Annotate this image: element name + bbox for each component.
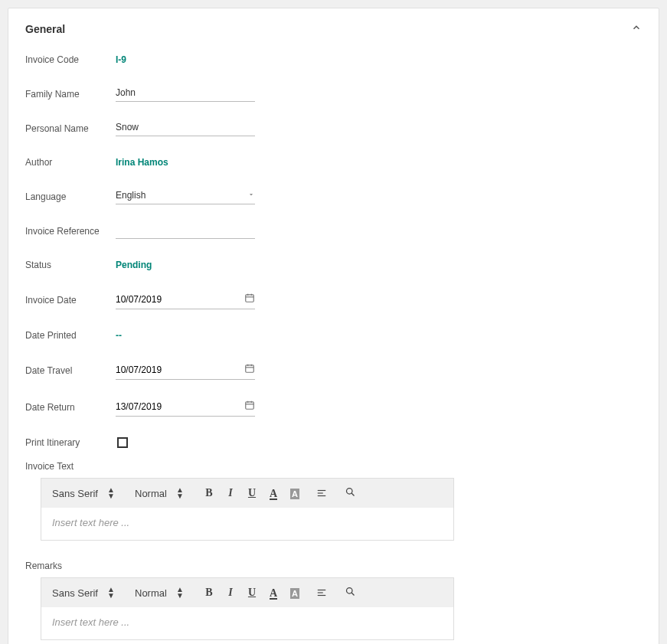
row-invoice-code: Invoice Code I-9 xyxy=(25,52,642,67)
svg-rect-8 xyxy=(246,402,254,409)
underline-icon[interactable]: U xyxy=(245,487,259,499)
editor-placeholder: Insert text here ... xyxy=(52,517,129,528)
search-icon[interactable] xyxy=(343,586,357,600)
italic-icon[interactable]: I xyxy=(224,487,237,499)
label-date-return: Date Return xyxy=(25,402,116,413)
font-size-select[interactable]: Normal ▲▼ xyxy=(135,587,188,599)
label-print-itinerary: Print Itinerary xyxy=(25,437,116,448)
bold-icon[interactable]: B xyxy=(202,587,216,599)
invoice-reference-input[interactable] xyxy=(116,223,255,239)
invoice-text-editor: Sans Serif ▲▼ Normal ▲▼ B I U A A Inser xyxy=(41,478,454,541)
print-itinerary-checkbox[interactable] xyxy=(117,437,128,448)
editor-placeholder: Insert text here ... xyxy=(52,616,129,628)
date-return-input[interactable] xyxy=(116,401,223,412)
sort-icon: ▲▼ xyxy=(176,587,184,599)
label-date-printed: Date Printed xyxy=(25,330,116,341)
calendar-icon[interactable] xyxy=(244,363,255,376)
editor-toolbar: Sans Serif ▲▼ Normal ▲▼ B I U A A xyxy=(41,578,453,607)
svg-point-15 xyxy=(346,489,352,495)
author-link[interactable]: Irina Hamos xyxy=(116,157,168,168)
align-icon[interactable] xyxy=(316,488,329,499)
family-name-input[interactable] xyxy=(116,86,255,102)
svg-rect-0 xyxy=(246,295,254,302)
date-printed-value[interactable]: -- xyxy=(116,330,122,341)
invoice-date-field[interactable] xyxy=(116,291,255,309)
row-invoice-reference: Invoice Reference xyxy=(25,223,642,239)
label-invoice-text: Invoice Text xyxy=(25,461,642,472)
row-status: Status Pending xyxy=(25,257,642,273)
svg-line-21 xyxy=(351,593,354,595)
row-personal-name: Personal Name xyxy=(25,120,642,136)
row-date-printed: Date Printed -- xyxy=(25,328,642,343)
svg-point-20 xyxy=(346,588,352,594)
row-print-itinerary: Print Itinerary xyxy=(25,435,642,450)
sort-icon: ▲▼ xyxy=(107,487,115,499)
bg-color-icon[interactable]: A xyxy=(288,587,302,599)
row-language: Language English xyxy=(25,188,642,204)
date-travel-input[interactable] xyxy=(116,364,223,375)
personal-name-input[interactable] xyxy=(116,120,255,136)
sort-icon: ▲▼ xyxy=(176,487,184,499)
label-invoice-date: Invoice Date xyxy=(25,295,116,306)
label-personal-name: Personal Name xyxy=(25,123,116,134)
editor-toolbar: Sans Serif ▲▼ Normal ▲▼ B I U A A xyxy=(41,479,453,508)
panel-title: General xyxy=(25,23,65,35)
invoice-text-area[interactable]: Insert text here ... xyxy=(41,508,453,540)
invoice-code-link[interactable]: I-9 xyxy=(116,54,126,65)
collapse-icon[interactable] xyxy=(631,22,642,35)
language-select[interactable]: English xyxy=(116,188,255,204)
row-date-travel: Date Travel xyxy=(25,361,642,380)
calendar-icon[interactable] xyxy=(244,400,255,413)
label-family-name: Family Name xyxy=(25,89,116,100)
label-remarks: Remarks xyxy=(25,561,642,571)
panel-header: General xyxy=(25,22,642,35)
label-status: Status xyxy=(25,260,116,270)
underline-icon[interactable]: U xyxy=(245,587,259,599)
format-group: B I U A A xyxy=(202,587,302,600)
date-travel-field[interactable] xyxy=(116,361,255,380)
bg-color-icon[interactable]: A xyxy=(288,487,302,499)
invoice-date-input[interactable] xyxy=(116,294,223,305)
search-icon[interactable] xyxy=(343,486,357,500)
font-size-select[interactable]: Normal ▲▼ xyxy=(135,487,188,499)
label-invoice-code: Invoice Code xyxy=(25,54,116,65)
language-value: English xyxy=(116,190,145,201)
text-color-icon[interactable]: A xyxy=(266,487,280,500)
row-date-return: Date Return xyxy=(25,398,642,417)
general-panel: General Invoice Code I-9 Family Name Per… xyxy=(8,8,659,644)
align-icon[interactable] xyxy=(316,587,329,598)
label-language: Language xyxy=(25,191,116,202)
remarks-editor: Sans Serif ▲▼ Normal ▲▼ B I U A A Inser xyxy=(41,577,454,640)
row-invoice-date: Invoice Date xyxy=(25,291,642,309)
svg-rect-4 xyxy=(246,365,254,372)
status-value[interactable]: Pending xyxy=(116,260,152,270)
calendar-icon[interactable] xyxy=(244,293,255,306)
sort-icon: ▲▼ xyxy=(107,587,115,599)
remarks-text-area[interactable]: Insert text here ... xyxy=(41,607,453,639)
svg-line-16 xyxy=(351,493,354,495)
italic-icon[interactable]: I xyxy=(224,587,237,599)
label-date-travel: Date Travel xyxy=(25,365,116,376)
font-family-select[interactable]: Sans Serif ▲▼ xyxy=(52,587,121,599)
date-return-field[interactable] xyxy=(116,398,255,417)
font-family-select[interactable]: Sans Serif ▲▼ xyxy=(52,487,121,499)
label-author: Author xyxy=(25,157,116,168)
label-invoice-reference: Invoice Reference xyxy=(25,226,116,237)
format-group: B I U A A xyxy=(202,487,302,500)
dropdown-icon xyxy=(247,190,255,201)
bold-icon[interactable]: B xyxy=(202,487,216,499)
text-color-icon[interactable]: A xyxy=(266,587,280,600)
row-family-name: Family Name xyxy=(25,86,642,102)
row-author: Author Irina Hamos xyxy=(25,155,642,170)
